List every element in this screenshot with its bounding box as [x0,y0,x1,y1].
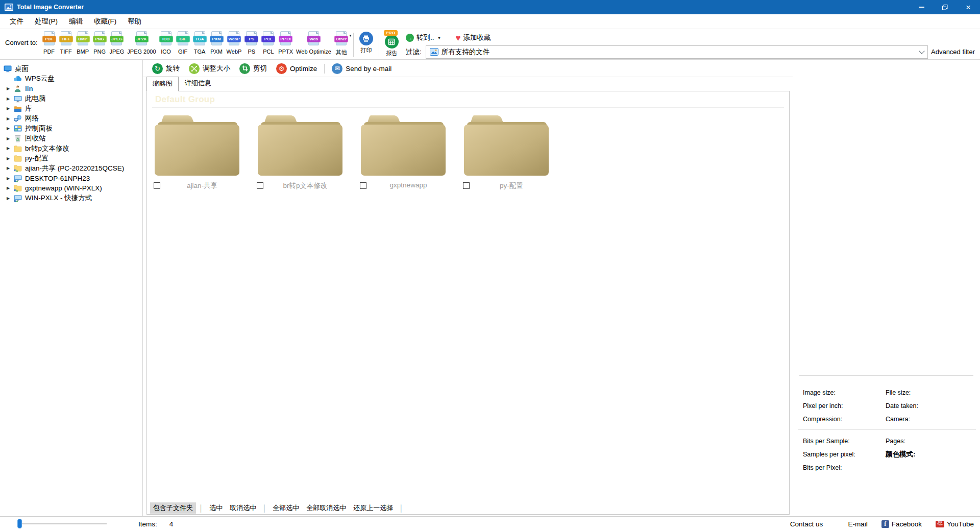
include-subfolders-button[interactable]: 包含子文件夹 [150,502,196,514]
tab-details[interactable]: 详细信息 [179,76,217,91]
properties-panel: Image size:File size: Pixel per inch:Dat… [793,60,980,516]
expand-arrow-icon[interactable]: ▶ [7,166,13,171]
menu-file[interactable]: 文件 [4,15,29,28]
resize-button[interactable]: 调整大小 [184,63,235,74]
expand-arrow-icon[interactable]: ▶ [7,106,13,111]
menu-favorites[interactable]: 收藏(F) [88,15,122,28]
sidebar-item-libraries[interactable]: ▶ 库 [0,104,142,114]
format-button-web-optimize[interactable]: Web Web Optimize [295,31,333,55]
format-button-pptx[interactable]: PPTX PPTX [277,31,295,55]
sidebar-item-wps-cloud[interactable]: WPS云盘 [0,74,142,84]
slider-handle[interactable] [17,519,22,528]
advanced-filter-link[interactable]: Advanced filter [931,48,975,56]
format-button-jp2k[interactable]: JP2K JPEG 2000 [126,31,157,55]
sidebar-item-brzhuanp[interactable]: ▶ br转p文本修改 [0,143,142,154]
expand-arrow-icon[interactable]: ▶ [7,156,13,161]
format-button-ico[interactable]: ICO ICO [158,31,175,55]
check-all-button[interactable]: 全部选中 [270,502,302,514]
minimize-button[interactable] [910,0,933,14]
chevron-down-icon: ▼ [349,34,352,37]
chevron-down-icon [919,48,924,54]
folder-item[interactable]: br转p文本修改 [257,114,360,190]
sidebar-item-desktop-61nph23[interactable]: ▶ DESKTOP-61NPH23 [0,174,142,184]
expand-arrow-icon[interactable]: ▶ [7,96,13,101]
user-icon [13,85,22,93]
thumbnail-size-slider[interactable] [19,523,107,524]
convert-to-button[interactable]: → 转到.. ▼ [406,33,441,42]
jpeg-file-icon: JPEG [110,31,124,47]
expand-arrow-icon[interactable]: ▶ [7,116,13,121]
sidebar-item-gxptnewapp[interactable]: ▶ gxptnewapp (WIN-PXLX) [0,183,142,194]
expand-arrow-icon[interactable]: ▶ [7,86,13,91]
toolbar-separator [379,33,379,57]
facebook-link[interactable]: f Facebook [881,520,922,528]
field-color-mode: 颜色模式: [886,450,916,459]
close-button[interactable]: × [957,0,980,14]
uncheck-button[interactable]: 取消选中 [227,502,259,514]
email-link[interactable]: E-mail [848,520,867,528]
print-button[interactable]: 打印 [357,31,375,54]
menu-edit[interactable]: 编辑 [63,15,88,28]
menu-process[interactable]: 处理(P) [29,15,63,28]
filter-dropdown[interactable]: 所有支持的文件 [426,45,928,59]
expand-arrow-icon[interactable]: ▶ [7,136,13,141]
sidebar-item-lin[interactable]: ▶ lin [0,84,142,94]
tab-thumbnails[interactable]: 缩略图 [146,77,179,91]
format-button-gif[interactable]: GIF GIF [175,31,191,55]
format-button-jpeg[interactable]: JPEG JPEG [108,31,126,55]
sidebar-item-this-pc[interactable]: ▶ 此电脑 [0,94,142,104]
format-button-png[interactable]: PNG PNG [91,31,108,55]
optimize-button[interactable]: ⚙ Optimize [272,63,322,74]
file-list-panel: Default Group [146,91,790,515]
pcl-file-icon: PCL [261,31,275,47]
expand-arrow-icon[interactable]: ▶ [7,146,13,151]
sidebar-item-py-config[interactable]: ▶ py-配置 [0,154,142,164]
expand-arrow-icon[interactable]: ▶ [7,176,13,181]
restore-button[interactable] [933,0,957,14]
format-button-pdf[interactable]: PDF PDF [41,31,58,55]
folder-checkbox[interactable] [154,182,160,189]
sidebar-item-control-panel[interactable]: ▶ 控制面板 [0,124,142,134]
folder-item[interactable]: ajian-共享 [154,114,257,190]
expand-arrow-icon[interactable]: ▶ [7,126,13,131]
thumbnail-grid: ajian-共享 br转p文本修改 [147,108,789,190]
sidebar-item-win-pxlx-shortcut[interactable]: ▶ WIN-PXLX - 快捷方式 [0,194,142,204]
format-button-other[interactable]: Other ▼ 其他 [333,31,350,56]
menu-help[interactable]: 帮助 [122,15,147,28]
youtube-link[interactable]: YouTube YouTube [936,520,974,528]
sidebar-item-ajian-share[interactable]: ▶ ajian-共享 (PC-20220215QCSE) [0,163,142,174]
contact-us-link[interactable]: Contact us [790,520,823,528]
format-button-pxm[interactable]: PXM PXM [208,31,225,55]
rotate-button[interactable]: ↻ 旋转 [148,63,184,74]
tree-label: 桌面 [15,64,29,74]
recycle-bin-icon [13,134,22,142]
expand-arrow-icon[interactable]: ▶ [7,196,13,201]
uncheck-all-button[interactable]: 全部取消选中 [303,502,349,514]
folder-checkbox[interactable] [360,182,366,189]
crop-button[interactable]: 剪切 [235,63,272,74]
report-button[interactable]: PRO 报告 [383,31,401,57]
format-button-bmp[interactable]: BMP BMP [75,31,91,55]
format-button-pcl[interactable]: PCL PCL [260,31,277,55]
sidebar-item-recycle-bin[interactable]: ▶ 回收站 [0,134,142,144]
add-favorites-button[interactable]: ♥ 添加收藏 [455,33,491,42]
bmp-file-icon: BMP [76,31,90,47]
format-button-webp[interactable]: WebP WebP [225,31,243,55]
folder-name: ajian-共享 [154,181,243,190]
envelope-icon: ✉ [332,63,342,74]
format-button-ps[interactable]: PS PS [243,31,260,55]
expand-arrow-icon[interactable]: ▶ [7,186,13,190]
check-button[interactable]: 选中 [206,502,226,514]
folder-item[interactable]: gxptnewapp [360,114,463,190]
folder-item[interactable]: py-配置 [463,114,566,190]
sidebar-item-network[interactable]: ▶ 网络 [0,114,142,124]
sidebar-item-desktop[interactable]: 桌面 [0,64,142,74]
format-button-tiff[interactable]: TIFF TIFF [58,31,75,55]
folder-checkbox[interactable] [463,182,470,189]
send-email-button[interactable]: ✉ Send by e-mail [327,63,396,74]
format-button-tga[interactable]: TGA TGA [191,31,208,55]
restore-selection-button[interactable]: 还原上一选择 [350,502,396,514]
folder-checkbox[interactable] [257,182,263,189]
shared-folder-icon [13,164,22,173]
library-icon [13,105,22,113]
